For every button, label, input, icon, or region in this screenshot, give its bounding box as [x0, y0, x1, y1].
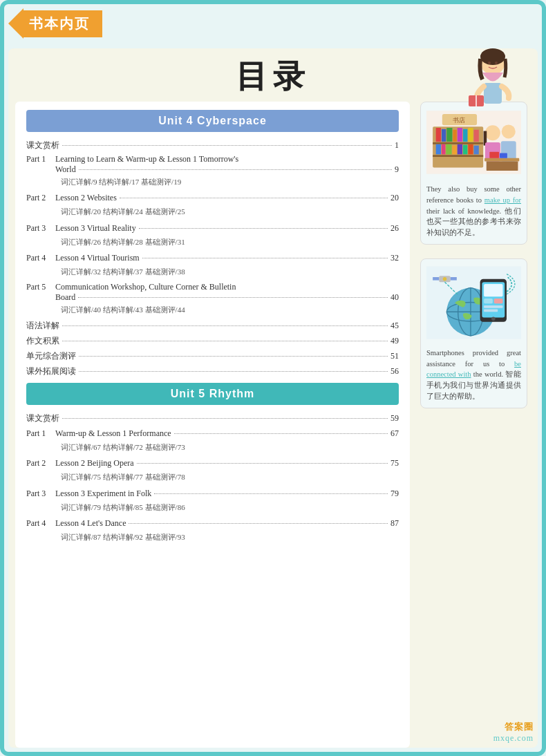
svg-text:书店: 书店 — [453, 117, 465, 124]
svg-rect-21 — [436, 144, 441, 155]
unit4-header: Unit 4 Cyberspace — [26, 110, 399, 132]
svg-rect-20 — [474, 130, 479, 142]
dots — [62, 341, 388, 341]
svg-rect-16 — [453, 130, 456, 142]
part5-text-a: Communication Workshop, Culture Corner &… — [55, 282, 236, 292]
dots — [174, 433, 388, 434]
watermark-bottom: mxqe.com — [493, 733, 534, 744]
toc-part2: Part 2 Lesson 2 Websites 20 — [26, 191, 399, 204]
toc-page: 40 — [390, 292, 399, 303]
svg-rect-36 — [500, 153, 507, 158]
toc-comprehensive: 单元综合测评 51 — [26, 350, 399, 362]
u5-part4-sub: 词汇详解/87 结构详解/92 基础测评/93 — [61, 532, 399, 542]
part5-text-b: Board — [55, 292, 75, 303]
smartphone-svg — [426, 265, 521, 341]
part1-text-b: World — [55, 164, 76, 175]
svg-rect-18 — [463, 129, 467, 142]
svg-rect-45 — [484, 284, 502, 296]
page-title: 目录 — [236, 55, 310, 98]
part-label: Part 4 — [26, 517, 55, 529]
toc-label: 作文积累 — [26, 334, 59, 347]
u5-part4-text: Lesson 4 Let's Dance — [55, 517, 126, 529]
part1-text-a: Learning to Learn & Warm-up & Lesson 1 T… — [55, 154, 238, 164]
dots — [62, 145, 392, 146]
toc-page: 56 — [390, 365, 399, 377]
svg-rect-46 — [484, 299, 493, 303]
svg-rect-23 — [446, 144, 451, 155]
toc-column: Unit 4 Cyberspace 课文赏析 1 Part 1 Learning… — [15, 102, 410, 748]
toc-page: 51 — [390, 350, 399, 362]
part1-sub: 词汇详解/9 结构详解/17 基础测评/19 — [61, 177, 399, 187]
dots — [142, 258, 388, 258]
u5-part2-text: Lesson 2 Beijing Opera — [55, 457, 134, 469]
svg-rect-27 — [468, 144, 473, 155]
banner-arrow — [8, 8, 23, 39]
part4-sub: 词汇详解/32 结构详解/37 基础测评/38 — [61, 267, 399, 277]
dots — [79, 356, 388, 357]
part-label: Part 3 — [26, 487, 55, 500]
svg-rect-49 — [484, 309, 498, 312]
toc-essay: 作文积累 49 — [26, 334, 399, 347]
part1-line1: Learning to Learn & Warm-up & Lesson 1 T… — [55, 154, 399, 164]
part-label: Part 3 — [26, 222, 55, 234]
svg-point-50 — [491, 316, 495, 320]
unit5-header: Unit 5 Rhythm — [26, 383, 399, 405]
toc-page: 32 — [390, 252, 399, 264]
part-label: Part 1 — [26, 427, 55, 440]
svg-rect-53 — [451, 277, 457, 281]
dots — [62, 418, 388, 419]
dots — [62, 325, 388, 326]
toc-label: 单元综合测评 — [26, 350, 76, 362]
svg-rect-19 — [468, 128, 473, 142]
dots — [78, 297, 388, 298]
svg-rect-48 — [484, 305, 502, 308]
toc-reading: 课外拓展阅读 56 — [26, 365, 399, 377]
toc-page: 49 — [390, 334, 399, 347]
svg-rect-13 — [436, 128, 441, 142]
part-label: Part 5 — [26, 282, 55, 303]
illus-column: 书店 — [417, 102, 531, 748]
u5-part2: Part 2 Lesson 2 Beijing Opera 75 — [26, 457, 399, 469]
part4-text: Lesson 4 Virtual Tourism — [55, 252, 140, 264]
unit5-section: Unit 5 Rhythm 课文赏析 59 Part 1 Warm-up & L… — [26, 383, 399, 543]
svg-point-31 — [502, 124, 516, 138]
dots — [120, 198, 388, 198]
svg-point-1 — [480, 48, 505, 65]
part1-line2: World 9 — [55, 164, 399, 175]
toc-page: 26 — [390, 222, 399, 234]
part2-text: Lesson 2 Websites — [55, 191, 117, 204]
part-label: Part 4 — [26, 252, 55, 264]
svg-rect-28 — [474, 146, 479, 155]
svg-point-29 — [485, 125, 500, 140]
part5-line1: Communication Workshop, Culture Corner &… — [55, 282, 399, 292]
bookstore-svg: 书店 — [426, 108, 521, 177]
toc-label: 语法详解 — [26, 319, 59, 332]
u5-part2-sub: 词汇详解/75 结构详解/77 基础测评/78 — [61, 472, 399, 482]
svg-rect-35 — [489, 152, 499, 158]
title-row: 目录 — [8, 48, 538, 102]
banner-label: 书本内页 — [23, 10, 102, 37]
svg-rect-11 — [433, 142, 483, 144]
illus2-caption: Smartphones provided great assistance fo… — [426, 348, 521, 402]
toc-page: 79 — [390, 487, 399, 500]
smartphone-illus-box: Smartphones provided great assistance fo… — [420, 258, 527, 408]
dots — [154, 493, 388, 494]
svg-rect-17 — [458, 128, 462, 142]
dots — [137, 463, 388, 464]
part5-sub: 词汇详解/40 结构详解/43 基础测评/44 — [61, 305, 399, 315]
svg-rect-47 — [494, 299, 503, 303]
svg-rect-24 — [452, 146, 456, 155]
svg-rect-14 — [442, 129, 446, 142]
watermark: 答案圈 mxqe.com — [493, 721, 534, 744]
u5-part1: Part 1 Warm-up & Lesson 1 Performance 67 — [26, 427, 399, 440]
toc-page: 75 — [390, 457, 399, 469]
girl-illustration — [455, 48, 517, 111]
toc-part3: Part 3 Lesson 3 Virtual Reality 26 — [26, 222, 399, 234]
part-label: Part 1 — [26, 154, 55, 175]
main-area: 目录 — [8, 48, 538, 748]
u5-kw: 课文赏析 59 — [26, 412, 399, 424]
svg-rect-25 — [458, 144, 462, 155]
toc-page: 67 — [390, 427, 399, 440]
toc-page: 45 — [390, 319, 399, 332]
illus1-caption: They also buy some other reference books… — [426, 184, 521, 238]
